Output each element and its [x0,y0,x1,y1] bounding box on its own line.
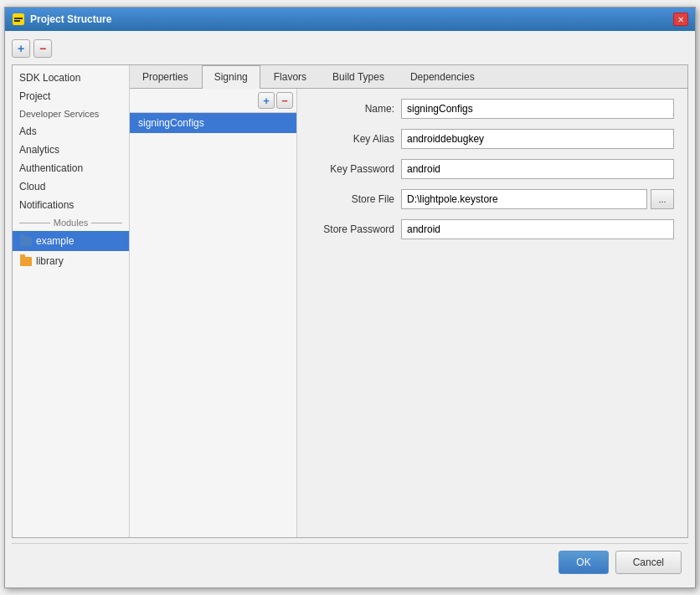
key-password-input[interactable] [401,159,674,179]
browse-button[interactable]: ... [651,189,674,209]
sidebar-item-cloud[interactable]: Cloud [13,177,129,196]
sidebar-item-library[interactable]: library [13,251,129,271]
tab-properties[interactable]: Properties [130,65,201,88]
sidebar-developer-services-header: Developer Services [13,105,129,122]
tab-signing[interactable]: Signing [202,65,260,89]
store-password-label: Store Password [311,223,394,235]
key-alias-label: Key Alias [311,133,394,145]
sidebar-item-example[interactable]: example [13,231,129,251]
folder-icon-library [19,254,33,268]
config-list: signingConfigs [130,113,296,537]
tabs-bar: Properties Signing Flavors Build Types D… [130,65,687,89]
right-panel: Properties Signing Flavors Build Types D… [130,65,687,537]
title-bar-left: Project Structure [12,13,111,26]
store-file-input[interactable] [401,189,647,209]
key-password-row: Key Password [311,159,674,179]
store-file-input-group: ... [401,189,674,209]
svg-rect-2 [14,20,20,22]
key-alias-row: Key Alias [311,129,674,149]
project-structure-window: Project Structure ✕ + − SDK Location Pro… [4,7,696,588]
config-add-button[interactable]: + [258,92,275,109]
folder-icon-example [19,234,33,248]
name-row: Name: [311,99,674,119]
main-content: SDK Location Project Developer Services … [12,64,688,538]
store-file-row: Store File ... [311,189,674,209]
key-alias-input[interactable] [401,129,674,149]
tab-dependencies[interactable]: Dependencies [398,65,487,88]
cancel-button[interactable]: Cancel [615,551,682,574]
form-panel: Name: Key Alias Key Password Store [297,89,687,537]
title-controls: ✕ [673,13,688,26]
modules-divider: Modules [13,214,129,231]
close-button[interactable]: ✕ [673,13,688,26]
toolbar: + − [12,38,688,59]
sidebar-item-library-label: library [36,255,64,267]
sidebar-item-authentication[interactable]: Authentication [13,159,129,177]
add-button[interactable]: + [12,39,30,58]
config-remove-button[interactable]: − [276,92,293,109]
sidebar-item-example-label: example [36,235,74,247]
tab-build-types[interactable]: Build Types [320,65,397,88]
sidebar-item-notifications[interactable]: Notifications [13,196,129,214]
config-list-toolbar: + − [130,89,296,113]
tab-flavors[interactable]: Flavors [261,65,319,88]
window-title: Project Structure [30,13,111,25]
remove-button[interactable]: − [33,39,52,58]
sidebar-item-project[interactable]: Project [13,87,129,105]
name-label: Name: [311,103,394,115]
store-password-row: Store Password [311,219,674,239]
sidebar-item-ads[interactable]: Ads [13,122,129,141]
sidebar-item-analytics[interactable]: Analytics [13,141,129,159]
key-password-label: Key Password [311,163,394,175]
sidebar: SDK Location Project Developer Services … [13,65,130,537]
window-body: + − SDK Location Project Developer Servi… [5,31,695,587]
name-input[interactable] [401,99,674,119]
app-icon [12,13,25,26]
panel-area: + − signingConfigs Name: [130,89,687,537]
store-password-input[interactable] [401,219,674,239]
sidebar-item-sdk-location[interactable]: SDK Location [13,69,129,87]
config-item-signingconfigs[interactable]: signingConfigs [130,113,296,133]
ok-button[interactable]: OK [558,551,608,574]
config-list-panel: + − signingConfigs [130,89,297,537]
svg-rect-1 [14,18,23,19]
title-bar: Project Structure ✕ [5,8,695,31]
store-file-label: Store File [311,193,394,205]
bottom-bar: OK Cancel [12,543,688,581]
